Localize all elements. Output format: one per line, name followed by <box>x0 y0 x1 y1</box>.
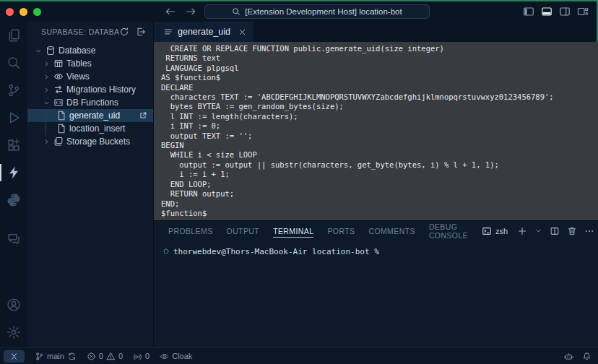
sync-icon <box>67 352 77 361</box>
tree-item-migrations-history[interactable]: Migrations History <box>27 83 153 96</box>
close-window-button[interactable] <box>6 8 14 16</box>
panel-more-actions-button[interactable] <box>584 226 594 236</box>
code-line: AS $function$ <box>161 73 598 82</box>
code-line: WHILE i < size LOOP <box>161 150 598 160</box>
cloak-status[interactable]: Cloak <box>160 352 192 361</box>
command-decoration-icon <box>162 248 170 255</box>
copilot-status[interactable] <box>564 352 573 361</box>
terminal-icon <box>482 226 492 236</box>
plus-icon <box>517 226 527 236</box>
more-icon <box>584 226 594 236</box>
circle-outline-icon <box>162 248 170 255</box>
activity-python[interactable] <box>0 186 27 214</box>
tree-item-location-insert[interactable]: location_insert <box>27 122 153 135</box>
activity-extensions[interactable] <box>0 131 27 159</box>
git-branch-icon <box>35 352 44 361</box>
terminal-shell-selector[interactable]: zsh <box>482 226 508 236</box>
chevron-right-icon <box>43 73 51 81</box>
panel-tab-debug-console[interactable]: DEBUG CONSOLE <box>429 221 468 240</box>
customize-layout-button[interactable] <box>577 6 589 17</box>
activity-settings[interactable] <box>0 318 27 346</box>
zoom-window-button[interactable] <box>33 8 41 16</box>
extensions-icon <box>6 138 21 152</box>
panel-tab-problems[interactable]: PROBLEMS <box>168 221 213 240</box>
tree-item-label: Views <box>66 72 90 82</box>
chevron-down-icon <box>534 227 542 235</box>
activity-search[interactable] <box>0 49 27 77</box>
kill-terminal-button[interactable] <box>567 226 577 236</box>
code-line: CREATE OR REPLACE FUNCTION public.genera… <box>161 44 598 53</box>
tab-bar: generate_uid <box>154 22 598 42</box>
activity-supabase[interactable] <box>0 159 27 186</box>
lightning-bolt-icon <box>6 165 21 180</box>
code-line: bytes BYTEA := gen_random_bytes(size); <box>161 102 598 111</box>
terminal-profile-dropdown[interactable] <box>534 227 542 235</box>
code-line: BEGIN <box>161 141 598 150</box>
remote-indicator[interactable] <box>4 350 25 363</box>
new-terminal-button[interactable] <box>517 226 527 236</box>
arrow-right-icon <box>185 6 196 17</box>
editor-group: generate_uid CREATE OR REPLACE FUNCTION … <box>153 22 598 347</box>
function-box-icon <box>53 98 64 108</box>
panel-tab-ports[interactable]: PORTS <box>327 221 355 240</box>
git-branch-status[interactable]: main <box>35 352 77 361</box>
activity-accounts[interactable] <box>0 291 27 318</box>
tree-item-database[interactable]: Database <box>27 44 153 57</box>
split-terminal-button[interactable] <box>550 226 560 236</box>
toggle-primary-sidebar-button[interactable] <box>523 6 534 17</box>
tree-item-db-functions[interactable]: DB Functions <box>27 96 153 109</box>
terminal[interactable]: thorwebdev@Thors-MacBook-Air location-bo… <box>154 240 598 347</box>
toggle-panel-button[interactable] <box>541 6 552 17</box>
toggle-secondary-sidebar-button[interactable] <box>559 6 571 17</box>
panel-tab-terminal[interactable]: TERMINAL <box>273 221 313 240</box>
problems-status[interactable]: 00 <box>87 352 123 361</box>
activity-source-control[interactable] <box>0 77 27 104</box>
layout-panel-icon <box>541 6 552 17</box>
notifications-bell[interactable] <box>582 352 592 361</box>
chat-icon <box>6 232 21 246</box>
panel-tab-output[interactable]: OUTPUT <box>227 221 260 240</box>
minimize-window-button[interactable] <box>20 8 27 16</box>
tab-generate-uid[interactable]: generate_uid <box>154 22 254 42</box>
status-text: 0 <box>118 352 123 360</box>
close-icon <box>238 27 247 37</box>
sign-out-icon <box>136 27 146 37</box>
refresh-button[interactable] <box>119 27 129 37</box>
tree-item-generate-uid[interactable]: generate_uid <box>27 109 153 122</box>
activity-explorer[interactable] <box>0 22 27 49</box>
eye-icon <box>53 72 64 82</box>
tree-item-label: Storage Buckets <box>66 136 130 147</box>
tree-item-views[interactable]: Views <box>27 70 153 83</box>
status-text: main <box>47 352 64 360</box>
layout-sidebar-left-icon <box>523 6 534 17</box>
code-line: output := output || substr(characters, g… <box>161 160 598 170</box>
remote-icon <box>9 352 19 361</box>
layout-customize-icon <box>577 6 589 17</box>
code-editor[interactable]: CREATE OR REPLACE FUNCTION public.genera… <box>154 42 598 220</box>
terminal-prompt: thorwebdev@Thors-MacBook-Air location-bo… <box>173 247 384 256</box>
chevron-right-icon <box>42 86 51 94</box>
layout-controls <box>523 6 589 17</box>
migrations-icon <box>53 84 64 95</box>
connect-project-button[interactable] <box>136 27 146 37</box>
activity-bar <box>0 22 27 347</box>
open-external-icon[interactable] <box>138 110 148 121</box>
tree-item-label: Migrations History <box>66 84 136 95</box>
activity-comments[interactable] <box>0 225 27 253</box>
tree-item-tables[interactable]: Tables <box>27 57 153 70</box>
tree-item-storage-buckets[interactable]: Storage Buckets <box>27 135 153 148</box>
navigate-back-button[interactable] <box>165 6 176 17</box>
close-tab-button[interactable] <box>238 27 247 37</box>
tree-item-label: Tables <box>66 58 92 69</box>
debug-icon <box>6 110 21 125</box>
database-icon <box>46 46 56 56</box>
activity-run-debug[interactable] <box>0 104 27 131</box>
table-icon <box>53 58 64 69</box>
ports-status[interactable]: 0 <box>133 352 150 361</box>
refresh-icon <box>119 27 129 37</box>
migrations-icon <box>53 84 64 95</box>
status-bar: main000Cloak <box>0 347 598 364</box>
panel-tab-comments[interactable]: COMMENTS <box>368 221 415 240</box>
navigate-forward-button[interactable] <box>185 6 196 17</box>
command-center[interactable]: [Extension Development Host] location-bo… <box>204 4 430 19</box>
